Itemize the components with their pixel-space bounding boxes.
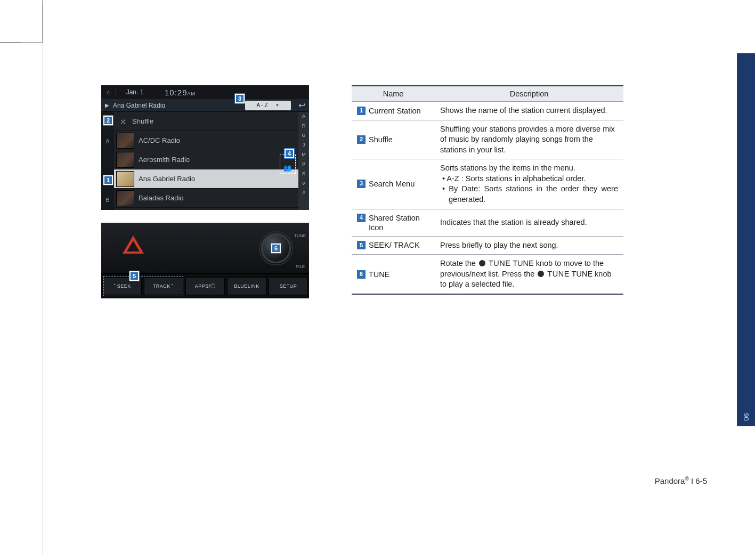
bluelink-button-label: BLUELINK	[234, 283, 259, 289]
setup-button[interactable]: SETUP	[269, 277, 308, 295]
status-time-ampm: AM	[188, 91, 196, 96]
chapter-tab: 06	[737, 53, 755, 426]
sort-dropdown[interactable]: A - Z ▼	[245, 101, 291, 110]
page-footer: Pandora® I 6-5	[655, 476, 707, 485]
chapter-tab-number: 06	[742, 408, 750, 426]
station-row-label: Aerosmith Radio	[139, 156, 190, 164]
callout-4: 4	[284, 148, 295, 159]
station-thumb	[116, 152, 134, 168]
station-row[interactable]: AC/DC Radio	[114, 131, 298, 150]
tune-knob-label: TUNE	[294, 233, 306, 238]
bluelink-button[interactable]: BLUELINK	[227, 277, 266, 295]
station-row[interactable]: Aerosmith Radio	[114, 150, 298, 169]
knob-dot-icon	[479, 260, 485, 266]
table-row: 3Search Menu Sorts stations by the items…	[352, 159, 623, 209]
callout-1: 1	[103, 175, 113, 185]
callout-2: 2	[103, 115, 113, 126]
row-description: Press briefly to play the next song.	[435, 236, 623, 255]
infotainment-screenshot: ⌂ Jan. 1 10:29AM ▶ Ana Gabriel Radio A -…	[101, 85, 309, 210]
file-knob-label: FILE	[296, 264, 305, 269]
row-number-badge: 6	[357, 270, 366, 279]
shuffle-row[interactable]: ⤮ Shuffle	[114, 112, 298, 131]
device-panel-top: TUNE FILE 6	[101, 223, 309, 274]
status-bar: ⌂ Jan. 1 10:29AM	[101, 85, 309, 99]
row-name: Search Menu	[369, 179, 415, 189]
callout-3: 3	[234, 93, 245, 104]
knob-dot-icon	[538, 271, 544, 277]
shuffle-label: Shuffle	[132, 117, 153, 125]
row-name: TUNE	[369, 270, 389, 279]
description-table-wrap: Name Description 1Current Station Shows …	[352, 85, 623, 295]
station-row-label: AC/DC Radio	[139, 136, 180, 144]
table-header-name: Name	[352, 86, 435, 102]
figure-column: ⌂ Jan. 1 10:29AM ▶ Ana Gabriel Radio A -…	[101, 85, 309, 298]
table-row: 5SEEK/ TRACK Press briefly to play the n…	[352, 236, 623, 255]
home-icon[interactable]: ⌂	[101, 88, 116, 96]
alpha-index[interactable]: A· D· G· J· M· P· S· V· #	[298, 112, 309, 210]
row-name: Shuffle	[369, 135, 393, 144]
row-number-badge: 1	[357, 107, 366, 115]
registered-mark: ®	[685, 476, 688, 482]
crop-mark-top	[0, 0, 43, 43]
warning-triangle-inner	[127, 241, 140, 251]
status-date: Jan. 1	[116, 88, 153, 96]
back-icon[interactable]: ↩	[294, 100, 309, 110]
table-row: 6TUNE Rotate the TUNE TUNE knob to move …	[352, 255, 623, 294]
callout-5: 5	[129, 271, 140, 281]
station-row-label: Ana Gabriel Radio	[139, 175, 195, 183]
chevron-down-icon: ˅	[113, 283, 117, 289]
station-thumb	[116, 171, 134, 187]
station-row-selected[interactable]: Ana Gabriel Radio	[114, 169, 298, 189]
shared-icon: 👥	[283, 164, 291, 172]
table-row: 2Shuffle Shuffling your stations provide…	[352, 120, 623, 159]
row-name: Shared Station Icon	[369, 213, 429, 232]
section-letter-a: A	[105, 131, 109, 151]
row-description: Shuffling your stations provides a more …	[435, 120, 623, 159]
chevron-up-icon: ˄	[171, 283, 174, 289]
chevron-down-icon: ▼	[275, 103, 280, 108]
row-name: SEEK/ TRACK	[369, 240, 420, 250]
crop-mark-left	[0, 43, 21, 43]
table-row: 1Current Station Shows the name of the s…	[352, 102, 623, 120]
row-description: Sorts stations by the items in the menu.…	[435, 159, 623, 209]
status-time-value: 10:29	[165, 88, 188, 97]
play-icon[interactable]: ▶	[101, 102, 113, 108]
setup-button-label: SETUP	[280, 283, 297, 289]
track-button[interactable]: TRACK ˄	[144, 277, 183, 295]
station-row[interactable]: Baladas Radio	[114, 189, 298, 208]
current-station-label: Ana Gabriel Radio	[113, 102, 245, 109]
section-letter-b: B	[105, 190, 109, 210]
sort-dropdown-label: A - Z	[256, 102, 267, 108]
row-description: Rotate the TUNE TUNE knob to move to the…	[435, 255, 623, 294]
status-time: 10:29AM	[153, 88, 207, 97]
info-icon: ⓘ	[210, 283, 216, 290]
seek-button-label: SEEK	[117, 283, 131, 289]
track-button-label: TRACK	[153, 283, 171, 289]
device-panel-screenshot: TUNE FILE 6 ˅ SEEK TRACK ˄ APPS/ⓘ BLUELI…	[101, 223, 309, 298]
row-number-badge: 5	[357, 241, 366, 249]
row-description: Indicates that the station is already sh…	[435, 209, 623, 236]
row-description: Shows the name of the station current di…	[435, 102, 623, 120]
station-list-body: A B ⤮ Shuffle AC/DC Radio	[101, 112, 309, 210]
section-letter-column: A B	[101, 112, 114, 210]
apps-button-label: APPS/	[195, 283, 210, 289]
station-thumb	[116, 133, 134, 149]
callout-6: 6	[271, 243, 281, 254]
row-number-badge: 3	[357, 180, 366, 188]
table-header-description: Description	[435, 86, 623, 102]
apps-button[interactable]: APPS/ⓘ	[185, 277, 225, 295]
page: 06 ⌂ Jan. 1 10:29AM ▶ Ana Gabriel Radio …	[0, 0, 755, 560]
shuffle-icon: ⤮	[114, 117, 132, 126]
table-row: 4Shared Station Icon Indicates that the …	[352, 209, 623, 236]
description-table: Name Description 1Current Station Shows …	[352, 85, 623, 295]
row-name: Current Station	[369, 106, 421, 116]
station-list[interactable]: ⤮ Shuffle AC/DC Radio Aerosmith Radio An…	[114, 112, 298, 210]
footer-page: I 6-5	[689, 476, 707, 485]
station-thumb	[116, 190, 134, 206]
footer-product: Pandora	[655, 476, 685, 485]
row-number-badge: 2	[357, 135, 366, 144]
subheader: ▶ Ana Gabriel Radio A - Z ▼ ↩	[101, 99, 309, 112]
station-row-label: Baladas Radio	[139, 194, 184, 202]
row-number-badge: 4	[357, 214, 366, 222]
